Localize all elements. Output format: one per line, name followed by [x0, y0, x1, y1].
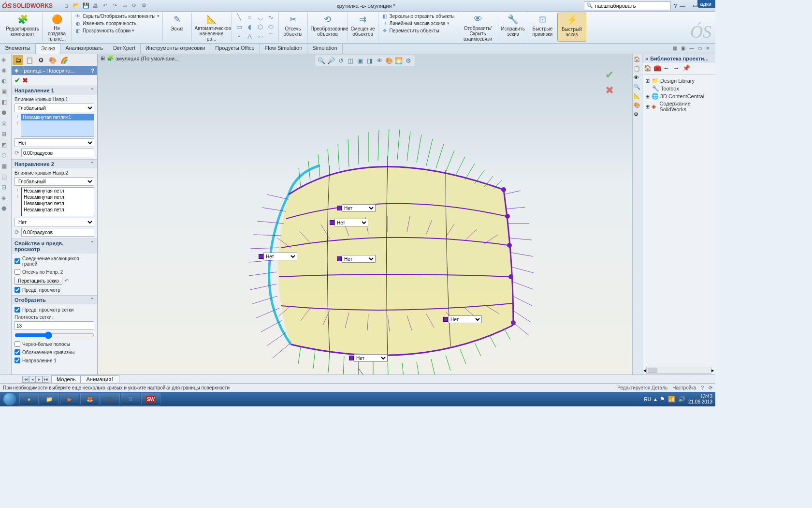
taskbar-explorer[interactable]: 📁	[40, 393, 59, 405]
merge-tangent-check[interactable]: Соединение касающихся граней	[14, 255, 94, 267]
rs-icon[interactable]: ⚙	[634, 111, 641, 119]
arc-icon[interactable]: ◡	[256, 13, 265, 21]
tangent-select[interactable]: Нет	[342, 204, 376, 212]
ls-icon[interactable]: ◈	[1, 56, 10, 65]
rs-icon[interactable]: 🎨	[634, 102, 641, 110]
window-cascade-icon[interactable]: ▣	[681, 45, 688, 52]
tangent-select[interactable]: Нет	[263, 253, 297, 260]
spline-icon[interactable]: ∿	[267, 13, 276, 21]
ribbon-linear-pattern[interactable]: ⁞⁞Линейный массив эскиза▾	[381, 20, 450, 27]
tangent-callout[interactable]: Нет	[349, 354, 388, 362]
tab-features[interactable]: Элементы	[0, 44, 36, 54]
expand-icon[interactable]: ⊞	[101, 55, 105, 61]
hide-show-icon[interactable]: 👁	[375, 56, 384, 65]
ribbon-edit-component[interactable]: 🧩Редактировать компонент	[3, 13, 43, 42]
dl-pin-icon[interactable]: 📌	[682, 64, 691, 73]
ribbon-sketch[interactable]: ✎Эскиз	[163, 13, 192, 42]
ribbon-no-create[interactable]: 🟠Не создава ть вне...	[43, 13, 72, 42]
tangent-callout[interactable]: Нет	[259, 253, 297, 260]
ribbon-offset[interactable]: ⇉Смещение объектов	[348, 13, 378, 42]
window-close-icon[interactable]: ✕	[706, 45, 712, 52]
search-box[interactable]: 🔍насштабировать	[584, 1, 671, 10]
ls-icon[interactable]: ⬢	[1, 109, 10, 118]
refresh-icon[interactable]: ⟳	[14, 149, 19, 156]
ribbon-mirror[interactable]: ◧Зеркально отразить объекты	[381, 13, 455, 19]
section-icon[interactable]: ◫	[346, 56, 355, 65]
collapse-icon[interactable]: ⌃	[90, 240, 94, 252]
ribbon-assembly-trans[interactable]: ◧Прозрачность сборки▾	[74, 27, 134, 34]
taskbar-skype[interactable]: S	[121, 393, 140, 405]
d2-influence-select[interactable]: Глобальный	[14, 177, 94, 186]
taskbar-media[interactable]: ▶	[60, 393, 79, 405]
window-tile-icon[interactable]: ▦	[673, 45, 680, 52]
undo-icon[interactable]: ↶	[101, 1, 110, 10]
d1-down-icon[interactable]: ↓	[16, 120, 19, 125]
pm-tab-appearance[interactable]: 🌈	[59, 55, 70, 65]
ls-icon[interactable]: ⊡	[1, 184, 10, 193]
appearance-icon[interactable]: 🎨	[385, 56, 393, 65]
ribbon-trim[interactable]: ✂Отсечь объекты	[279, 13, 308, 42]
tray-sound-icon[interactable]: 🔊	[678, 396, 685, 403]
view-settings-icon[interactable]: ⚙	[404, 56, 413, 65]
dl-home-icon[interactable]: 🏠	[644, 64, 652, 73]
ls-icon[interactable]: ◐	[1, 77, 10, 86]
rs-icon[interactable]: 🔍	[634, 84, 641, 91]
tab-last-icon[interactable]: ⏭	[43, 376, 49, 383]
display-d1-check[interactable]: Направление 1	[14, 357, 94, 364]
options-icon[interactable]: ⚙	[140, 1, 148, 10]
circle-icon[interactable]: ○	[246, 13, 254, 21]
zebra-check[interactable]: Черно-белые полосы	[14, 341, 94, 347]
display-style-icon[interactable]: ◨	[365, 56, 374, 65]
ls-icon[interactable]: ◎	[1, 120, 10, 129]
tray-clock[interactable]: 13:4321.06.2013	[688, 394, 712, 404]
ribbon-rapid-sketch[interactable]: ⚡Быстрый эскиз	[557, 13, 586, 42]
chevrons-icon[interactable]: «	[645, 56, 648, 61]
tangent-select[interactable]: Нет	[342, 255, 376, 263]
rs-icon[interactable]: 📋	[634, 65, 641, 73]
density-input[interactable]	[14, 321, 94, 330]
prev-view-icon[interactable]: ↺	[336, 56, 345, 65]
dl-hscroll[interactable]: ◂▸	[642, 366, 715, 374]
ribbon-show-relations[interactable]: 👁Отобразить/Скрыть взаимосвязи	[458, 13, 498, 42]
print-icon[interactable]: 🖶	[91, 1, 100, 10]
d1-up-icon[interactable]: ↑	[16, 114, 19, 119]
taskbar-solidworks[interactable]: SW	[141, 393, 160, 405]
status-rebuild-icon[interactable]: ⟳	[709, 385, 712, 390]
plane-icon[interactable]: ▱	[256, 32, 265, 41]
d2-down-icon[interactable]: ↓	[16, 194, 19, 199]
rs-icon[interactable]: 👁	[634, 75, 641, 82]
drag-sketch-button[interactable]: Перетащить эскиз	[14, 277, 62, 285]
tab-flow[interactable]: Flow Simulation	[260, 44, 308, 54]
zoom-area-icon[interactable]: 🔎	[327, 56, 335, 65]
design-library-tree[interactable]: ⊞📁Design Library 🔧Toolbox ⊞🌐3D ContentCe…	[642, 75, 715, 115]
pm-tab-feature-tree[interactable]: 🗂	[13, 55, 23, 65]
ribbon-move[interactable]: ✥Переместить объекты	[381, 27, 439, 34]
d2-angle-input[interactable]	[21, 228, 94, 237]
taskbar-firefox[interactable]: 🦊	[80, 393, 100, 405]
tab-prev-icon[interactable]: ◂	[29, 376, 36, 383]
status-help-icon[interactable]: ?	[701, 385, 704, 390]
cancel-feature-icon[interactable]: ✖	[605, 84, 614, 97]
zoom-fit-icon[interactable]: 🔍	[317, 56, 326, 65]
point-icon[interactable]: •	[235, 32, 244, 41]
slot-icon[interactable]: ◖	[246, 22, 254, 31]
save-icon[interactable]: 💾	[82, 1, 90, 10]
fillet-icon[interactable]: ⌒	[267, 32, 276, 41]
confirm-feature-icon[interactable]: ✔	[605, 69, 614, 81]
scene-icon[interactable]: 🌅	[394, 56, 403, 65]
new-icon[interactable]: 🗋	[62, 1, 71, 10]
taskbar-chrome[interactable]: ●	[19, 393, 39, 405]
ribbon-hide-show[interactable]: 👁Скрыть/Отобразить компоненты▾	[74, 13, 159, 19]
tray-lang[interactable]: RU	[644, 397, 651, 402]
minimize-button[interactable]: —	[677, 2, 688, 10]
ribbon-transparency[interactable]: ◐Изменить прозрачность	[74, 20, 136, 27]
ls-icon[interactable]: ◫	[1, 173, 10, 182]
rs-home-icon[interactable]: 🏠	[634, 56, 641, 64]
rs-icon[interactable]: 📐	[634, 93, 641, 101]
ls-icon[interactable]: ◧	[1, 99, 10, 107]
tab-first-icon[interactable]: ⏮	[22, 376, 29, 383]
ribbon-auto-dim[interactable]: 📐Автоматическое нанесение ра...	[192, 13, 232, 42]
text-icon[interactable]: A	[246, 32, 254, 41]
open-icon[interactable]: 📂	[72, 1, 81, 10]
dl-toolbox-icon[interactable]: 🧰	[653, 64, 662, 73]
